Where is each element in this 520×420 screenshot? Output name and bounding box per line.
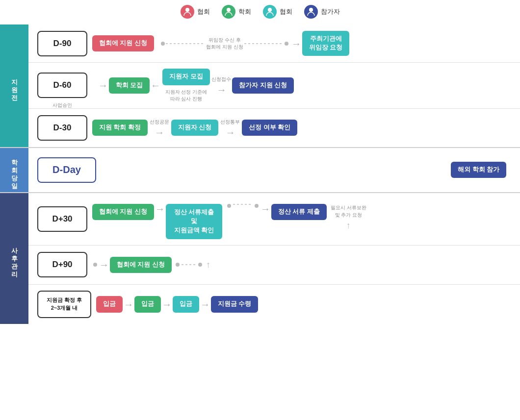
legend-icon-navy bbox=[304, 5, 318, 19]
arr-notify: → bbox=[225, 127, 235, 137]
dot2 bbox=[285, 42, 288, 46]
box-hosting-org: 주최기관에위임장 요청 bbox=[302, 31, 349, 56]
svg-point-1 bbox=[227, 8, 231, 12]
box-participant-apply: 참가자 지원 신청 bbox=[232, 77, 294, 94]
flow-d90: 협회에 지원 신청 위임장 수신 후협회에 지원 신청 → 주최기관에위임장 요… bbox=[92, 31, 516, 56]
selection-notice-col: 선정공문 → bbox=[150, 119, 169, 137]
legend-item-participant: 참가자 bbox=[304, 5, 340, 19]
dot-dp90-3 bbox=[198, 263, 202, 267]
row-funding: 지원금 확정 후2~3개월 내 입금 → 입금 → 입금 → 지원금 수령 bbox=[28, 285, 520, 324]
d60-box-wrap: D-60 사업승인 bbox=[32, 73, 92, 98]
svg-point-2 bbox=[268, 8, 272, 12]
dbox-d90: D-90 bbox=[37, 31, 87, 56]
arr-dp90: → bbox=[99, 260, 109, 270]
pre-section-label: 지원전 bbox=[0, 25, 28, 147]
selection-notify-col: 선정통부 → bbox=[220, 119, 240, 137]
arr-fund-2: → bbox=[162, 299, 172, 309]
label-selection-notice: 선정공문 bbox=[150, 119, 169, 125]
dot-dp30-2 bbox=[255, 204, 259, 208]
arr-fund-1: → bbox=[124, 299, 133, 309]
dbox-dday: D-Day bbox=[37, 157, 96, 183]
legend-icon-green bbox=[222, 5, 235, 19]
legend-label-association: 협회 bbox=[197, 7, 210, 16]
dot-dp90-2 bbox=[176, 263, 180, 267]
dashed-line2 bbox=[244, 43, 284, 44]
page-wrapper: 협회 학회 협회 참가자 지원전 D-90 bbox=[0, 0, 520, 324]
event-label-text: 학회당일 bbox=[10, 149, 19, 191]
box-deposit-green: 입금 bbox=[134, 296, 161, 313]
row-d60: D-60 사업승인 → 학회 모집 → 지원자 모집 지원자 선정 기준에따라 … bbox=[28, 63, 520, 109]
arr-to-participant: → bbox=[216, 85, 226, 95]
box-assoc-apply-dp90: 협회에 지원 신청 bbox=[110, 257, 172, 273]
dot1 bbox=[161, 42, 165, 46]
legend-label-conference: 학회 bbox=[238, 7, 251, 16]
arrow-up-back: ↑ bbox=[346, 221, 351, 231]
pre-section: 지원전 D-90 협회에 지원 신청 위임장 수신 후협회에 지원 신청 → bbox=[0, 25, 520, 147]
box-settlement-doc: 정산 서류제출및지원금액 확인 bbox=[166, 204, 222, 239]
pre-rows: D-90 협회에 지원 신청 위임장 수신 후협회에 지원 신청 → 주최기관에… bbox=[28, 25, 520, 147]
box-assoc-apply-dp30: 협회에 지원 신청 bbox=[92, 204, 154, 221]
box-supporter-apply: 지원자 신청 bbox=[171, 120, 218, 136]
dot-dp90-1 bbox=[93, 263, 97, 267]
row-d90: D-90 협회에 지원 신청 위임장 수신 후협회에 지원 신청 → 주최기관에… bbox=[28, 25, 520, 63]
box-deposit-red: 입금 bbox=[96, 296, 123, 313]
between-label-d90: 위임장 수신 후협회에 지원 신청 bbox=[205, 37, 244, 50]
application-receipt-col: 신청접수 → bbox=[211, 76, 231, 95]
flow-funding: 입금 → 입금 → 입금 → 지원금 수령 bbox=[96, 296, 516, 313]
arr-right-d90: → bbox=[291, 39, 301, 49]
arr-left-recruit: → bbox=[151, 80, 160, 90]
dbox-funding: 지원금 확정 후2~3개월 내 bbox=[37, 291, 91, 318]
row-dday: D-Day 해외 학회 참가 bbox=[28, 148, 520, 192]
arr-dp30-1: → bbox=[155, 204, 165, 214]
arr-to-conference: → bbox=[98, 80, 108, 90]
box-supporter-recruit: 지원자 모집 bbox=[162, 69, 209, 85]
box-association-apply: 협회에 지원 신청 bbox=[92, 35, 154, 52]
arr-up-to-settlement: ↑ bbox=[206, 260, 210, 270]
flow-dp30: 협회에 지원 신청 → 정산 서류제출및지원금액 확인 → 정산 서류 제출 필… bbox=[92, 199, 516, 239]
flow-dday: 해외 학회 참가 bbox=[101, 162, 516, 178]
dbox-d30: D-30 bbox=[37, 115, 87, 141]
label-business-approval: 사업승인 bbox=[52, 102, 72, 109]
legend-label-teal: 협회 bbox=[280, 7, 292, 16]
post-label-text: 사후관리 bbox=[10, 238, 19, 279]
box-receive-funding: 지원금 수령 bbox=[211, 296, 258, 313]
post-section: 사후관리 D+30 협회에 지원 신청 → 정산 서류제출및지원금액 확인 → … bbox=[0, 192, 520, 324]
dbox-d60: D-60 bbox=[37, 73, 87, 98]
dash-dp90 bbox=[182, 264, 196, 265]
label-feedback: 필요시 서류보완및 추가 요청 bbox=[331, 204, 366, 219]
event-rows: D-Day 해외 학회 참가 bbox=[28, 148, 520, 192]
dash-dp30 bbox=[233, 204, 253, 205]
box-selection-check: 선정 여부 확인 bbox=[242, 120, 297, 136]
legend-label-participant: 참가자 bbox=[321, 7, 340, 16]
dbox-dp90: D+90 bbox=[37, 252, 87, 277]
flow-d60: → 학회 모집 → 지원자 모집 지원자 선정 기준에따라 심사 진행 신청접수… bbox=[97, 69, 516, 102]
supporter-recruit-col: 지원자 모집 지원자 선정 기준에따라 심사 진행 bbox=[161, 69, 210, 102]
box-overseas-conference: 해외 학회 참가 bbox=[451, 162, 506, 178]
box-conference-recruit: 학회 모집 bbox=[109, 77, 150, 94]
row-d90-post: D+90 → 협회에 지원 신청 ↑ bbox=[28, 246, 520, 285]
legend-item-teal: 협회 bbox=[263, 5, 292, 19]
svg-point-3 bbox=[309, 8, 313, 12]
svg-point-0 bbox=[185, 8, 189, 12]
event-section: 학회당일 D-Day 해외 학회 참가 bbox=[0, 147, 520, 192]
row-d30-post: D+30 협회에 지원 신청 → 정산 서류제출및지원금액 확인 → 정산 서류… bbox=[28, 193, 520, 246]
arr-fund-3: → bbox=[200, 299, 210, 309]
row-d30: D-30 지원 학회 확정 선정공문 → 지원자 신청 선정통부 → 선정 여부… bbox=[28, 109, 520, 147]
dbox-dp30: D+30 bbox=[37, 206, 87, 232]
post-rows: D+30 협회에 지원 신청 → 정산 서류제출및지원금액 확인 → 정산 서류… bbox=[28, 193, 520, 324]
post-section-label: 사후관리 bbox=[0, 193, 28, 324]
box-conference-confirm: 지원 학회 확정 bbox=[92, 120, 148, 136]
box-deposit-teal: 입금 bbox=[173, 296, 199, 313]
arr-dp30-2: → bbox=[260, 204, 270, 214]
arr-selection: → bbox=[155, 127, 164, 137]
flow-dp90: → 협회에 지원 신청 ↑ bbox=[92, 257, 516, 273]
event-section-label: 학회당일 bbox=[0, 148, 28, 192]
label-app-receipt: 신청접수 bbox=[211, 76, 231, 83]
dot-dp30-1 bbox=[227, 204, 231, 208]
legend: 협회 학회 협회 참가자 bbox=[0, 0, 520, 25]
feedback-col: 필요시 서류보완및 추가 요청 ↑ bbox=[331, 204, 366, 231]
flow-d30: 지원 학회 확정 선정공문 → 지원자 신청 선정통부 → 선정 여부 확인 bbox=[92, 119, 516, 137]
label-after-reception: 위임장 수신 후협회에 지원 신청 bbox=[205, 37, 244, 50]
box-settlement-submit: 정산 서류 제출 bbox=[271, 204, 327, 221]
legend-icon-red bbox=[181, 5, 194, 19]
